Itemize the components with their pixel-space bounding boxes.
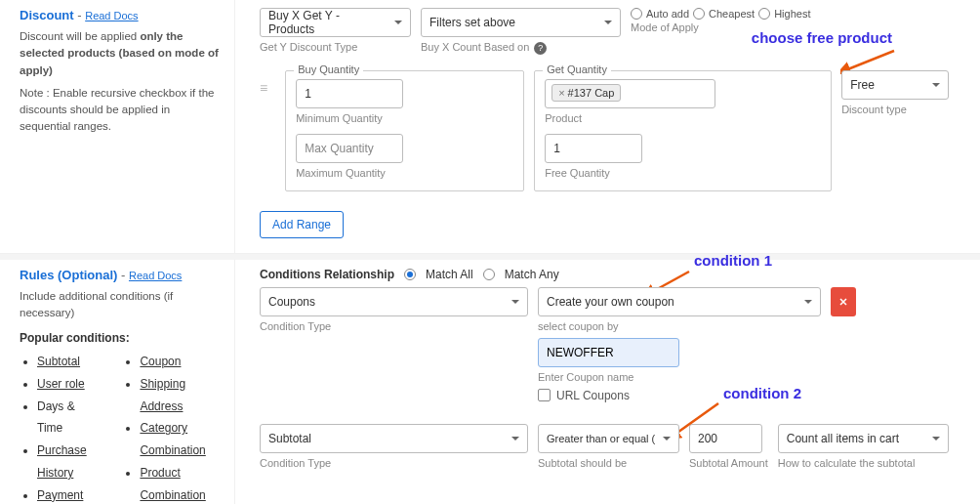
c2-op-label: Subtotal should be — [538, 457, 679, 469]
get-qty-fieldset: Get Quantity ×#137 Cap Product Free Quan… — [534, 70, 832, 191]
discount-desc: Discount will be applied only the select… — [20, 28, 220, 79]
buy-qty-fieldset: Buy Quantity Minimum Quantity Maximum Qu… — [285, 70, 524, 191]
popular-conditions-heading: Popular conditions: — [20, 331, 220, 345]
c2-op-select[interactable]: Greater than or equal ( >= ) — [538, 424, 679, 453]
link-category-combo[interactable]: Category Combination — [140, 421, 205, 457]
mode-auto-radio[interactable] — [631, 8, 642, 20]
discount-title: Discount — [20, 8, 74, 22]
min-qty-input[interactable] — [296, 79, 403, 108]
match-all-radio[interactable] — [404, 269, 416, 280]
buy-x-count-select[interactable]: Filters set above — [421, 8, 621, 37]
c2-amount-label: Subtotal Amount — [689, 457, 768, 469]
free-qty-label: Free Quantity — [545, 167, 642, 179]
c2-amount-input[interactable] — [689, 424, 762, 453]
min-qty-label: Minimum Quantity — [296, 112, 403, 124]
c1-mode-label: select coupon by — [538, 320, 821, 332]
match-any-radio[interactable] — [483, 269, 495, 280]
product-chip: ×#137 Cap — [551, 84, 621, 102]
c1-mode-select[interactable]: Create your own coupon — [538, 287, 821, 316]
mode-apply-label: Mode of Apply — [631, 21, 810, 33]
link-shipping[interactable]: Shipping Address — [140, 377, 185, 413]
c1-type-select[interactable]: Coupons — [260, 287, 528, 316]
match-any-label: Match Any — [505, 268, 559, 281]
dash: - — [117, 268, 129, 282]
mode-highest-radio[interactable] — [758, 8, 770, 20]
c1-type-label: Condition Type — [260, 320, 528, 332]
free-qty-input[interactable] — [545, 134, 642, 163]
link-subtotal[interactable]: Subtotal — [37, 355, 80, 368]
max-qty-label: Maximum Quantity — [296, 167, 403, 179]
drag-handle-icon[interactable]: ≡ — [260, 80, 267, 96]
add-range-button[interactable]: Add Range — [260, 211, 344, 238]
popular-col2: Coupon Shipping Address Category Combina… — [122, 351, 220, 504]
c2-type-label: Condition Type — [260, 457, 528, 469]
url-coupons-label: URL Coupons — [556, 389, 630, 402]
mode-auto-label: Auto add — [646, 8, 689, 20]
match-all-label: Match All — [426, 268, 473, 281]
discount-type-label: Discount type — [841, 104, 949, 115]
link-product-combo[interactable]: Product Combination — [140, 466, 205, 502]
mode-cheapest-radio[interactable] — [693, 8, 705, 20]
close-icon — [837, 296, 849, 308]
link-payment-method[interactable]: Payment Method — [37, 488, 83, 504]
url-coupons-checkbox[interactable] — [538, 389, 551, 401]
buy-x-count-label: Buy X Count Based on ? — [421, 41, 621, 55]
get-qty-legend: Get Quantity — [543, 63, 611, 75]
mode-cheapest-label: Cheapest — [709, 8, 755, 20]
link-user-role[interactable]: User role — [37, 377, 85, 391]
rules-read-docs-link[interactable]: Read Docs — [129, 270, 182, 281]
cond-rel-label: Conditions Relationship — [260, 268, 394, 281]
link-purchase-history[interactable]: Purchase History — [37, 443, 87, 480]
popular-col1: Subtotal User role Days & Time Purchase … — [20, 351, 98, 504]
product-chipbox[interactable]: ×#137 Cap — [545, 79, 715, 108]
link-coupon[interactable]: Coupon — [140, 355, 181, 368]
c2-calc-label: How to calculate the subtotal — [778, 457, 949, 469]
product-label: Product — [545, 112, 715, 124]
c1-delete-button[interactable] — [831, 287, 856, 316]
discount-type-select[interactable]: Free — [841, 70, 949, 100]
get-y-type-label: Get Y Discount Type — [260, 41, 411, 53]
get-y-type-select[interactable]: Buy X Get Y - Products — [260, 8, 411, 37]
buy-qty-legend: Buy Quantity — [294, 63, 363, 75]
chip-remove-icon[interactable]: × — [558, 87, 564, 99]
c2-calc-select[interactable]: Count all items in cart — [778, 424, 949, 453]
rules-title: Rules (Optional) — [20, 268, 117, 282]
dash: - — [74, 8, 86, 22]
max-qty-input[interactable] — [296, 134, 403, 163]
mode-highest-label: Highest — [774, 8, 810, 20]
coupon-name-label: Enter Coupon name — [538, 371, 679, 383]
discount-note: Note : Enable recursive checkbox if the … — [20, 85, 220, 136]
coupon-name-input[interactable] — [538, 338, 679, 367]
help-icon[interactable]: ? — [534, 42, 547, 55]
rules-desc: Include additional conditions (if necess… — [20, 288, 220, 322]
discount-read-docs-link[interactable]: Read Docs — [85, 10, 138, 21]
link-days-time[interactable]: Days & Time — [37, 399, 75, 436]
c2-type-select[interactable]: Subtotal — [260, 424, 528, 453]
